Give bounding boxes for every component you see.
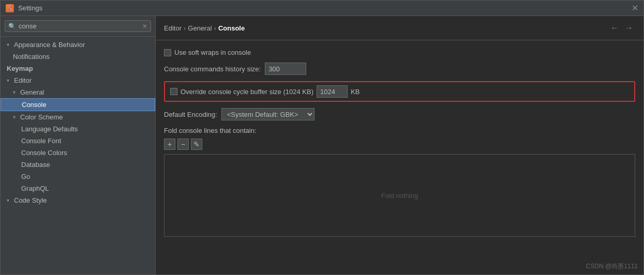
search-wrapper: 🔍 ✕ [5,20,151,32]
search-input[interactable] [19,22,140,30]
sidebar-item-label: Console [22,101,47,109]
encoding-label: Default Encoding: [164,111,217,118]
sidebar-item-label: Appearance & Behavior [14,41,85,49]
sidebar-item-label: Console Colors [21,149,67,157]
breadcrumb-part3: Console [218,24,245,32]
fold-buttons: + − ✎ [164,139,635,150]
override-buffer-checkbox[interactable] [170,88,177,95]
soft-wraps-row: Use soft wraps in console [164,49,635,56]
override-buffer-input[interactable] [317,85,348,98]
soft-wraps-checkbox-wrapper[interactable]: Use soft wraps in console [164,49,251,56]
sidebar-item-color-scheme[interactable]: ▾ Color Scheme [1,111,155,123]
breadcrumb-part1: Editor [164,24,182,32]
sidebar-item-graphql[interactable]: GraphQL [1,182,155,194]
main-content: 🔍 ✕ ▾ Appearance & Behavior Notification… [1,16,643,274]
forward-button[interactable]: → [623,22,635,34]
sidebar: 🔍 ✕ ▾ Appearance & Behavior Notification… [1,16,156,274]
breadcrumb-part2: General [188,24,212,32]
nav-buttons: ← → [608,22,635,34]
sidebar-item-label: GraphQL [21,185,49,192]
watermark: CSDN @尚墨1111 [586,262,638,271]
title-bar: 🔧 Settings ✕ [1,1,643,16]
fold-edit-button[interactable]: ✎ [191,139,202,150]
sidebar-item-label: Editor [14,77,32,84]
fold-remove-button[interactable]: − [177,139,189,150]
encoding-dropdown-wrapper: <System Default: GBK> UTF-8 ISO-8859-1 [221,108,314,120]
sidebar-item-notifications[interactable]: Notifications [1,51,155,63]
back-button[interactable]: ← [608,22,621,34]
arrow-icon: ▾ [7,197,12,203]
sidebar-item-console[interactable]: Console [1,98,155,111]
history-size-label: Console commands history size: [164,65,261,73]
arrow-icon: ▾ [13,114,18,120]
sidebar-item-database[interactable]: Database [1,159,155,171]
override-buffer-unit: KB [351,88,360,96]
sidebar-item-label: Notifications [13,53,50,60]
arrow-icon: ▾ [7,42,12,48]
arrow-icon: ▾ [7,78,12,83]
fold-add-button[interactable]: + [164,139,175,150]
sidebar-item-keymap[interactable]: Keymap [1,63,155,74]
fold-label: Fold console lines that contain: [164,127,635,134]
sidebar-item-console-font[interactable]: Console Font [1,135,155,147]
window-title: Settings [18,4,42,12]
encoding-row: Default Encoding: <System Default: GBK> … [164,108,635,120]
soft-wraps-label: Use soft wraps in console [174,49,251,56]
sidebar-item-label: Keymap [7,65,33,72]
fold-area: Fold nothing [164,154,635,237]
breadcrumb: Editor › General › Console ← → [156,16,643,40]
sidebar-item-language-defaults[interactable]: Language Defaults [1,123,155,135]
sidebar-item-code-style[interactable]: ▾ Code Style [1,194,155,206]
arrow-icon: ▾ [13,89,18,95]
search-box: 🔍 ✕ [1,16,155,37]
sidebar-item-console-colors[interactable]: Console Colors [1,147,155,159]
sidebar-item-label: Database [21,161,50,169]
breadcrumb-sep2: › [214,24,216,32]
main-panel: Editor › General › Console ← → Use soft … [156,16,643,274]
search-icon: 🔍 [8,23,16,30]
settings-content: Use soft wraps in console Console comman… [156,40,643,274]
breadcrumb-sep1: › [184,24,186,32]
sidebar-item-label: Go [21,173,30,180]
sidebar-item-label: General [20,88,44,96]
encoding-dropdown[interactable]: <System Default: GBK> UTF-8 ISO-8859-1 [221,108,314,120]
settings-tree: ▾ Appearance & Behavior Notifications Ke… [1,37,155,274]
fold-section: Fold console lines that contain: + − ✎ F… [164,127,635,237]
sidebar-item-label: Language Defaults [21,125,78,133]
soft-wraps-checkbox[interactable] [164,49,171,56]
override-buffer-row: Override console cycle buffer size (1024… [164,81,635,102]
override-buffer-label: Override console cycle buffer size (1024… [181,88,313,96]
sidebar-item-label: Console Font [21,137,61,145]
sidebar-item-label: Color Scheme [20,113,63,121]
sidebar-item-label: Code Style [14,196,47,204]
close-button[interactable]: ✕ [632,3,638,13]
history-size-input[interactable] [265,63,306,75]
history-size-row: Console commands history size: [164,63,635,75]
settings-window: 🔧 Settings ✕ 🔍 ✕ ▾ Appearance & Behavior [0,0,644,275]
clear-search-icon[interactable]: ✕ [142,23,147,30]
app-icon: 🔧 [6,4,14,12]
fold-empty-text: Fold nothing [381,192,418,200]
sidebar-item-general[interactable]: ▾ General [1,86,155,98]
sidebar-item-editor[interactable]: ▾ Editor [1,74,155,86]
sidebar-item-go[interactable]: Go [1,171,155,182]
sidebar-item-appearance[interactable]: ▾ Appearance & Behavior [1,39,155,51]
